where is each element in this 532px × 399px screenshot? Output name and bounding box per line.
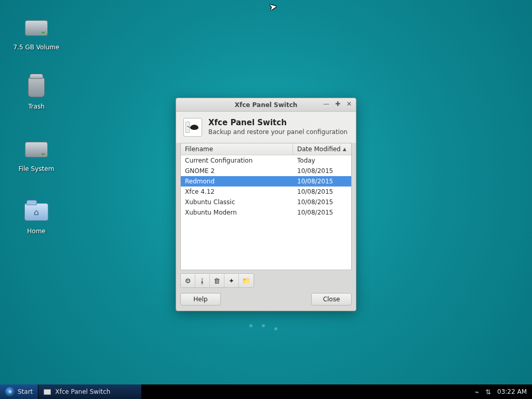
column-filename[interactable]: Filename (181, 143, 293, 155)
row-filename: Xubuntu Classic (181, 197, 293, 207)
minimize-button[interactable]: — (323, 100, 330, 108)
config-row[interactable]: Xfce 4.1210/08/2015 (181, 187, 351, 197)
window-header: Xfce Panel Switch Backup and restore you… (176, 112, 356, 143)
config-row[interactable]: Current ConfigurationToday (181, 155, 351, 166)
desktop-icon-trash[interactable]: Trash (10, 75, 62, 110)
desktop-icon-volume[interactable]: 7.5 GB Volume (10, 16, 62, 51)
import-config-button[interactable]: 📁 (239, 274, 254, 287)
desktop-icon-label: File System (10, 165, 62, 172)
window-subheading: Backup and restore your panel configurat… (208, 128, 348, 136)
action-toolbar: ⚙ ⭳ 🗑 ✦ 📁 (180, 273, 254, 288)
window-footer: Help Close (176, 288, 356, 311)
config-row[interactable]: Xubuntu Classic10/08/2015 (181, 197, 351, 207)
help-button[interactable]: Help (180, 293, 221, 305)
configurations-list: Filename Date Modified ▲ Current Configu… (180, 143, 352, 270)
task-window-icon (44, 389, 51, 395)
bluetooth-icon[interactable]: ⌁ (475, 388, 479, 396)
panel-switch-window: Xfce Panel Switch — ✚ ✕ Xfce Panel Switc… (176, 98, 356, 311)
sort-ascending-icon: ▲ (343, 147, 347, 152)
window-title: Xfce Panel Switch (235, 101, 298, 109)
row-date: 10/08/2015 (293, 166, 351, 176)
row-date: 10/08/2015 (293, 207, 351, 218)
filesystem-icon (24, 137, 49, 162)
taskbar: ✳ Start Xfce Panel Switch ⌁ ⇅ 03:22 AM (0, 384, 532, 399)
decorative-dots (249, 324, 277, 327)
network-icon[interactable]: ⇅ (485, 388, 491, 396)
row-filename: Xfce 4.12 (181, 187, 293, 197)
row-filename: Redmond (181, 176, 293, 187)
start-logo-icon: ✳ (5, 387, 15, 396)
apply-config-button[interactable]: ⚙ (181, 274, 195, 287)
row-date: 10/08/2015 (293, 176, 351, 187)
row-filename: Xubuntu Modern (181, 207, 293, 218)
task-label: Xfce Panel Switch (55, 388, 110, 395)
row-date: 10/08/2015 (293, 197, 351, 207)
desktop-icon-home[interactable]: ⌂Home (10, 200, 62, 235)
trash-icon (24, 75, 49, 100)
taskbar-item-panel-switch[interactable]: Xfce Panel Switch (38, 384, 142, 399)
config-row[interactable]: GNOME 210/08/2015 (181, 166, 351, 176)
delete-config-button[interactable]: 🗑 (210, 274, 224, 287)
window-heading: Xfce Panel Switch (208, 118, 348, 127)
desktop-icon-filesystem[interactable]: File System (10, 137, 62, 172)
list-header: Filename Date Modified ▲ (181, 143, 351, 155)
home-icon: ⌂ (24, 200, 49, 224)
column-date-modified[interactable]: Date Modified ▲ (293, 143, 351, 155)
panel-switch-icon (183, 118, 202, 137)
close-window-button[interactable]: ✕ (345, 100, 353, 108)
save-config-button[interactable]: ⭳ (195, 274, 210, 287)
window-titlebar[interactable]: Xfce Panel Switch — ✚ ✕ (176, 98, 356, 112)
desktop-icon-label: Trash (10, 103, 62, 110)
row-date: Today (293, 155, 351, 166)
start-button[interactable]: ✳ Start (0, 384, 38, 399)
row-date: 10/08/2015 (293, 187, 351, 197)
desktop-icon-label: Home (10, 228, 62, 235)
export-config-button[interactable]: ✦ (224, 274, 239, 287)
mouse-cursor: ➤ (268, 1, 278, 12)
config-row[interactable]: Redmond10/08/2015 (181, 176, 351, 187)
row-filename: Current Configuration (181, 155, 293, 166)
desktop: 7.5 GB VolumeTrashFile System⌂Home Xfce … (0, 0, 532, 399)
list-rows: Current ConfigurationTodayGNOME 210/08/2… (181, 155, 351, 270)
close-button[interactable]: Close (311, 293, 352, 305)
maximize-button[interactable]: ✚ (334, 100, 341, 108)
start-label: Start (18, 388, 33, 395)
clock[interactable]: 03:22 AM (497, 388, 527, 395)
volume-icon (24, 16, 49, 41)
system-tray: ⌁ ⇅ 03:22 AM (470, 388, 532, 396)
config-row[interactable]: Xubuntu Modern10/08/2015 (181, 207, 351, 218)
desktop-icon-label: 7.5 GB Volume (10, 44, 62, 51)
row-filename: GNOME 2 (181, 166, 293, 176)
